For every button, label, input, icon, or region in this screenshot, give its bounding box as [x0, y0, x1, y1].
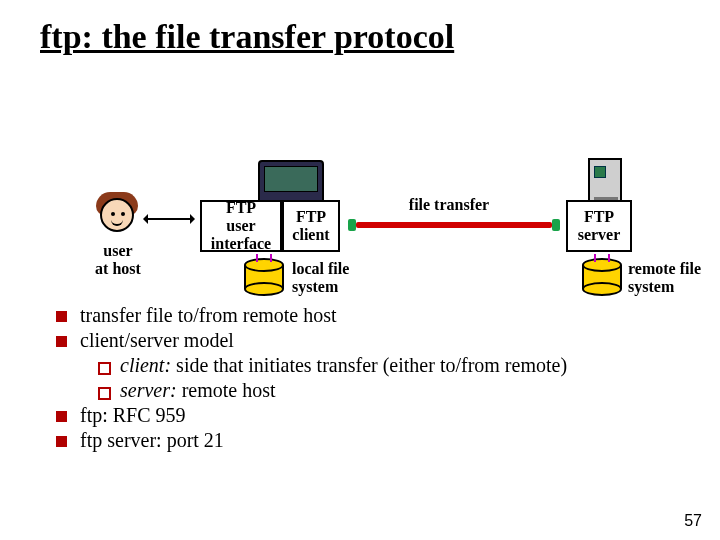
bullet-item: ftp server: port 21 — [56, 429, 696, 452]
box-ftp-server: FTP server — [566, 200, 632, 252]
cap-left-icon — [348, 219, 356, 231]
sub-bullet-rest: side that initiates transfer (either to/… — [171, 354, 567, 376]
label-local-fs: local file system — [292, 260, 382, 295]
label-file-transfer: file transfer — [384, 196, 514, 214]
sub-bullet-item: server: remote host — [98, 379, 696, 402]
remote-disk-icon — [582, 258, 622, 296]
sub-bullet-rest: remote host — [177, 379, 276, 401]
user-icon — [100, 198, 140, 238]
cap-right-icon — [552, 219, 560, 231]
slide-title: ftp: the file transfer protocol — [40, 18, 454, 56]
bullet-text: client/server model — [80, 329, 234, 351]
sub-bullet-em: server: — [120, 379, 177, 401]
label-remote-fs: remote file system — [628, 260, 720, 295]
ftp-diagram: user at host FTP user interface FTP clie… — [0, 80, 720, 280]
sub-bullet-em: client: — [120, 354, 171, 376]
file-transfer-bar-icon — [356, 222, 552, 228]
arrow-user-to-ui — [146, 218, 192, 220]
bullet-content: transfer file to/from remote host client… — [56, 302, 696, 454]
box-ftp-client: FTP client — [282, 200, 340, 252]
sub-bullet-item: client: side that initiates transfer (ei… — [98, 354, 696, 377]
label-user-at-host: user at host — [78, 242, 158, 277]
box-ftp-ui: FTP user interface — [200, 200, 282, 252]
local-disk-icon — [244, 258, 284, 296]
page-number: 57 — [684, 512, 702, 530]
bullet-item: client/server model client: side that in… — [56, 329, 696, 402]
bullet-item: ftp: RFC 959 — [56, 404, 696, 427]
bullet-item: transfer file to/from remote host — [56, 304, 696, 327]
client-monitor-icon — [258, 160, 324, 204]
